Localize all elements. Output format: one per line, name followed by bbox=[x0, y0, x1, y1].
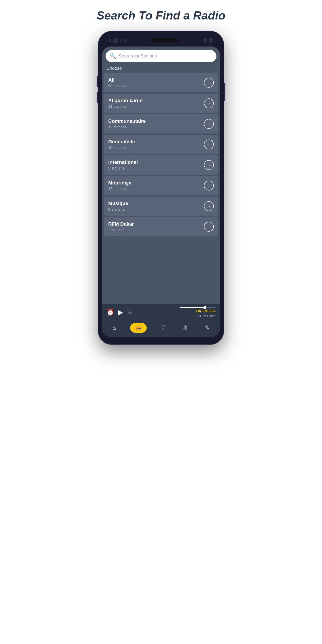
favorites-icon: ♡ bbox=[161, 324, 166, 331]
page-title: Search To Find a Radio bbox=[83, 9, 239, 22]
chevron-right-icon: › bbox=[208, 142, 210, 146]
chevron-circle: › bbox=[204, 78, 214, 88]
volume-up-button bbox=[96, 76, 98, 87]
chevron-circle: › bbox=[204, 98, 214, 108]
category-info: RFM Dakar 2 stations bbox=[108, 221, 134, 232]
station-subtitle: Zik FM Dakar bbox=[197, 314, 216, 318]
volume-down-button bbox=[96, 92, 98, 103]
category-item[interactable]: RFM Dakar 2 stations › bbox=[104, 217, 218, 236]
category-info: Musique 9 stations bbox=[108, 200, 128, 212]
station-name: ZIK FM 89.7 bbox=[196, 309, 216, 313]
search-icon: 🔍 bbox=[110, 53, 116, 59]
category-info: International 5 stations bbox=[108, 160, 138, 170]
nav-radio[interactable]: 📻 bbox=[130, 323, 147, 333]
category-name: Al quran karim bbox=[108, 98, 143, 104]
phone-shell: 🔍 Search for Stations Choose All 90 stat… bbox=[98, 31, 224, 344]
camera-left bbox=[109, 38, 127, 43]
category-info: Al quran karim 11 stations bbox=[108, 98, 143, 109]
player-right: ZIK FM 89.7 Zik FM Dakar bbox=[137, 307, 216, 318]
category-name: RFM Dakar bbox=[108, 221, 134, 227]
chevron-circle: › bbox=[204, 222, 214, 232]
category-count: 19 stations bbox=[108, 125, 146, 130]
category-info: Généraliste 10 stations bbox=[108, 139, 135, 150]
category-item[interactable]: Généraliste 10 stations › bbox=[104, 135, 218, 154]
search-bar-container: 🔍 Search for Stations bbox=[102, 46, 220, 62]
camera-circle-1 bbox=[202, 38, 207, 43]
category-list: All 90 stations › Al quran karim 11 stat… bbox=[102, 73, 220, 304]
dot-2 bbox=[120, 39, 122, 42]
nav-settings[interactable]: ⚙ bbox=[180, 323, 190, 332]
category-count: 18 stations bbox=[108, 187, 132, 191]
alarm-icon[interactable]: ⏰ bbox=[106, 308, 114, 316]
player-bar: ⏰ ▶ ♡ ZIK FM 89.7 Zik FM Dakar bbox=[102, 304, 220, 320]
category-name: Musique bbox=[108, 200, 128, 206]
category-count: 9 stations bbox=[108, 207, 128, 212]
chevron-circle: › bbox=[204, 140, 214, 149]
chevron-right-icon: › bbox=[208, 163, 210, 167]
camera-right bbox=[202, 38, 213, 43]
category-count: 2 stations bbox=[108, 228, 134, 232]
front-camera bbox=[113, 38, 118, 43]
category-name: All bbox=[108, 77, 126, 83]
progress-fill bbox=[180, 307, 205, 308]
category-item[interactable]: International 5 stations › bbox=[104, 156, 218, 175]
search-bar[interactable]: 🔍 Search for Stations bbox=[106, 50, 216, 62]
settings-icon: ⚙ bbox=[183, 324, 188, 331]
phone-notch bbox=[152, 38, 178, 42]
category-count: 5 stations bbox=[108, 166, 138, 170]
chevron-circle: › bbox=[204, 119, 214, 129]
chevron-circle: › bbox=[204, 181, 214, 190]
progress-thumb bbox=[203, 306, 206, 309]
dot-1 bbox=[109, 39, 111, 42]
dot-3 bbox=[124, 39, 127, 42]
chevron-circle: › bbox=[204, 160, 214, 170]
category-item[interactable]: Musique 9 stations › bbox=[104, 196, 218, 216]
category-item[interactable]: Communautaire 19 stations › bbox=[104, 114, 218, 134]
edit-icon: ✎ bbox=[204, 324, 210, 331]
power-button bbox=[224, 83, 226, 100]
progress-track[interactable] bbox=[180, 307, 216, 308]
category-count: 10 stations bbox=[108, 146, 135, 150]
player-controls: ⏰ ▶ ♡ bbox=[106, 308, 133, 316]
chevron-right-icon: › bbox=[208, 101, 210, 105]
chevron-right-icon: › bbox=[208, 122, 210, 126]
nav-home[interactable]: ⌂ bbox=[110, 323, 119, 332]
category-name: Mouridiya bbox=[108, 180, 132, 186]
radio-icon: 📻 bbox=[135, 325, 142, 331]
choose-label: Choose bbox=[102, 62, 220, 73]
category-info: Communautaire 19 stations bbox=[108, 118, 146, 130]
chevron-right-icon: › bbox=[208, 204, 210, 208]
nav-favorites[interactable]: ♡ bbox=[158, 323, 168, 332]
category-item[interactable]: Mouridiya 18 stations › bbox=[104, 176, 218, 195]
camera-circle-2 bbox=[209, 38, 213, 43]
home-icon: ⌂ bbox=[112, 324, 116, 331]
category-item[interactable]: All 90 stations › bbox=[104, 73, 218, 92]
phone-top-bar bbox=[102, 38, 220, 46]
chevron-right-icon: › bbox=[208, 225, 210, 229]
category-count: 90 stations bbox=[108, 84, 126, 88]
category-name: Généraliste bbox=[108, 139, 135, 145]
phone-screen: 🔍 Search for Stations Choose All 90 stat… bbox=[102, 46, 220, 337]
category-name: Communautaire bbox=[108, 118, 146, 124]
bottom-nav: ⌂ 📻 ♡ ⚙ ✎ bbox=[102, 320, 220, 337]
progress-bar-container bbox=[137, 307, 216, 308]
category-count: 11 stations bbox=[108, 104, 143, 109]
nav-edit[interactable]: ✎ bbox=[202, 323, 212, 332]
category-item[interactable]: Al quran karim 11 stations › bbox=[104, 94, 218, 113]
play-button[interactable]: ▶ bbox=[118, 308, 123, 316]
category-name: International bbox=[108, 160, 138, 165]
chevron-circle: › bbox=[204, 201, 214, 211]
category-info: Mouridiya 18 stations bbox=[108, 180, 132, 191]
chevron-right-icon: › bbox=[208, 184, 210, 188]
heart-icon[interactable]: ♡ bbox=[127, 308, 133, 316]
search-placeholder: Search for Stations bbox=[119, 54, 157, 58]
chevron-right-icon: › bbox=[208, 81, 210, 85]
category-info: All 90 stations bbox=[108, 77, 126, 88]
